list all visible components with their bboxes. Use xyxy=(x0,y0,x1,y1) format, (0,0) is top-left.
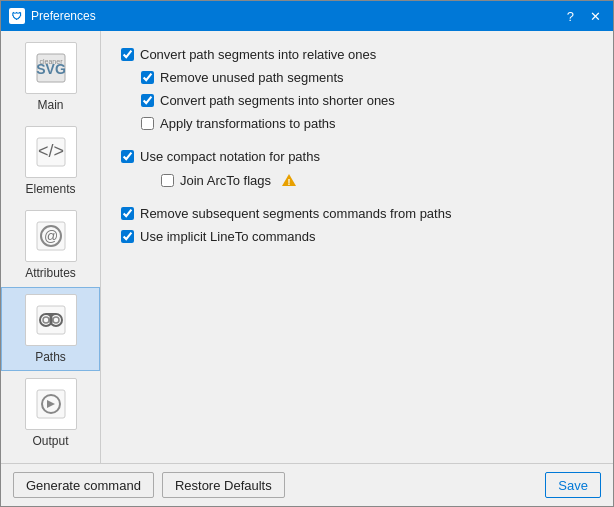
label-convert-shorter[interactable]: Convert path segments into shorter ones xyxy=(160,93,395,108)
app-icon: 🛡 xyxy=(9,8,25,24)
title-bar-controls: ? ✕ xyxy=(563,10,605,23)
output-icon-box xyxy=(25,378,77,430)
preferences-window: 🛡 Preferences ? ✕ SVG cleaner Main xyxy=(0,0,614,507)
save-button[interactable]: Save xyxy=(545,472,601,498)
paths-icon-box xyxy=(25,294,77,346)
sidebar-label-attributes: Attributes xyxy=(25,266,76,280)
sidebar-label-elements: Elements xyxy=(25,182,75,196)
sidebar-label-output: Output xyxy=(32,434,68,448)
sidebar-label-main: Main xyxy=(37,98,63,112)
checkbox-implicit-lineto[interactable] xyxy=(121,230,134,243)
label-convert-relative[interactable]: Convert path segments into relative ones xyxy=(140,47,376,62)
svg-text:@: @ xyxy=(43,228,57,244)
label-join-arcto[interactable]: Join ArcTo flags xyxy=(180,173,271,188)
checkbox-row-implicit-lineto: Use implicit LineTo commands xyxy=(121,229,593,244)
main-icon-box: SVG cleaner xyxy=(25,42,77,94)
warning-icon: ! xyxy=(281,172,297,188)
checkbox-remove-subsequent[interactable] xyxy=(121,207,134,220)
checkbox-convert-shorter[interactable] xyxy=(141,94,154,107)
settings-panel: Convert path segments into relative ones… xyxy=(101,31,613,463)
sidebar-item-main[interactable]: SVG cleaner Main xyxy=(1,35,100,119)
help-button[interactable]: ? xyxy=(563,10,578,23)
checkbox-row-remove-unused: Remove unused path segments xyxy=(141,70,593,85)
svg-text:!: ! xyxy=(288,177,291,187)
checkbox-row-convert-shorter: Convert path segments into shorter ones xyxy=(141,93,593,108)
label-apply-transform[interactable]: Apply transformations to paths xyxy=(160,116,336,131)
checkbox-join-arcto[interactable] xyxy=(161,174,174,187)
window-title: Preferences xyxy=(31,9,96,23)
svg-text:cleaner: cleaner xyxy=(39,58,63,65)
sidebar: SVG cleaner Main </> Elements xyxy=(1,31,101,463)
svg-text:</>: </> xyxy=(37,141,63,161)
sidebar-item-elements[interactable]: </> Elements xyxy=(1,119,100,203)
checkbox-remove-unused[interactable] xyxy=(141,71,154,84)
warning-triangle-icon: ! xyxy=(281,173,297,187)
label-implicit-lineto[interactable]: Use implicit LineTo commands xyxy=(140,229,316,244)
restore-defaults-button[interactable]: Restore Defaults xyxy=(162,472,285,498)
label-remove-subsequent[interactable]: Remove subsequent segments commands from… xyxy=(140,206,451,221)
paths-icon xyxy=(33,302,69,338)
sidebar-item-paths[interactable]: Paths xyxy=(1,287,100,371)
checkbox-row-apply-transform: Apply transformations to paths xyxy=(141,116,593,131)
elements-icon: </> xyxy=(33,134,69,170)
main-icon: SVG cleaner xyxy=(33,50,69,86)
bottom-bar: Generate command Restore Defaults Save xyxy=(1,463,613,506)
checkbox-row-convert-relative: Convert path segments into relative ones xyxy=(121,47,593,62)
title-bar: 🛡 Preferences ? ✕ xyxy=(1,1,613,31)
sidebar-label-paths: Paths xyxy=(35,350,66,364)
attributes-icon-box: @ xyxy=(25,210,77,262)
checkbox-convert-relative[interactable] xyxy=(121,48,134,61)
label-compact-notation[interactable]: Use compact notation for paths xyxy=(140,149,320,164)
attributes-icon: @ xyxy=(33,218,69,254)
close-button[interactable]: ✕ xyxy=(586,10,605,23)
label-remove-unused[interactable]: Remove unused path segments xyxy=(160,70,344,85)
checkbox-compact-notation[interactable] xyxy=(121,150,134,163)
main-content: SVG cleaner Main </> Elements xyxy=(1,31,613,463)
sidebar-item-attributes[interactable]: @ Attributes xyxy=(1,203,100,287)
checkbox-row-remove-subsequent: Remove subsequent segments commands from… xyxy=(121,206,593,221)
title-bar-left: 🛡 Preferences xyxy=(9,8,96,24)
generate-command-button[interactable]: Generate command xyxy=(13,472,154,498)
bottom-left-buttons: Generate command Restore Defaults xyxy=(13,472,285,498)
output-icon xyxy=(33,386,69,422)
checkbox-apply-transform[interactable] xyxy=(141,117,154,130)
elements-icon-box: </> xyxy=(25,126,77,178)
checkbox-row-compact-notation: Use compact notation for paths xyxy=(121,149,593,164)
checkbox-row-join-arcto: Join ArcTo flags ! xyxy=(161,172,593,188)
sidebar-item-output[interactable]: Output xyxy=(1,371,100,455)
